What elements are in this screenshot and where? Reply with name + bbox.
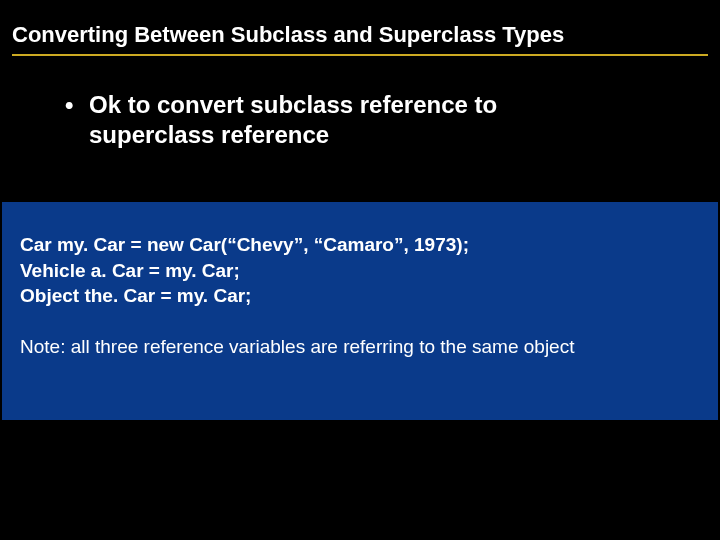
code-note: Note: all three reference variables are … [20,335,580,360]
code-line-3: Object the. Car = my. Car; [20,285,251,306]
bullet-line-2: superclass reference [89,121,329,148]
code-block: Car my. Car = new Car(“Chevy”, “Camaro”,… [20,232,700,309]
code-panel: Car my. Car = new Car(“Chevy”, “Camaro”,… [2,202,718,420]
title-block: Converting Between Subclass and Supercla… [0,0,720,56]
slide-title: Converting Between Subclass and Supercla… [12,22,708,54]
bullet-item: • Ok to convert subclass reference to su… [65,90,680,150]
slide: Converting Between Subclass and Supercla… [0,0,720,540]
code-line-1: Car my. Car = new Car(“Chevy”, “Camaro”,… [20,234,469,255]
code-line-2: Vehicle a. Car = my. Car; [20,260,240,281]
bullet-text: Ok to convert subclass reference to supe… [89,90,497,150]
bullet-list: • Ok to convert subclass reference to su… [0,56,720,150]
bullet-marker: • [65,90,89,150]
bullet-line-1: Ok to convert subclass reference to [89,91,497,118]
